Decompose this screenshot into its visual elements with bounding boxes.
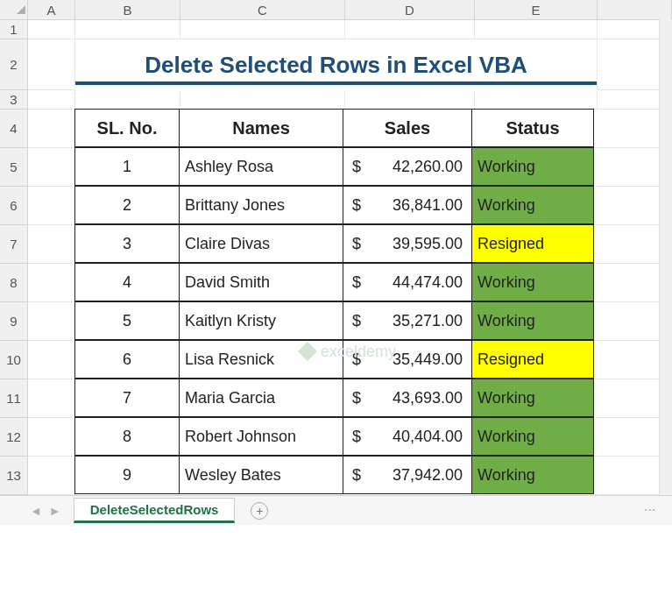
column-header[interactable]: B bbox=[75, 0, 180, 19]
cell-sl[interactable]: 2 bbox=[74, 186, 180, 224]
row-header[interactable]: 2 bbox=[0, 39, 28, 90]
cell[interactable] bbox=[28, 457, 75, 495]
page-title[interactable]: Delete Selected Rows in Excel VBA bbox=[75, 39, 598, 90]
row-header-column: 12345678910111213 bbox=[0, 20, 28, 495]
cell[interactable] bbox=[28, 379, 75, 418]
cell[interactable] bbox=[75, 20, 180, 39]
row-header[interactable]: 13 bbox=[0, 457, 28, 495]
cell-name[interactable]: Ashley Rosa bbox=[179, 147, 343, 186]
cell-name[interactable]: Kaitlyn Kristy bbox=[179, 301, 343, 340]
cell-name[interactable]: Lisa Resnick bbox=[179, 340, 343, 379]
cell-name[interactable]: Robert Johnson bbox=[179, 417, 343, 456]
column-header[interactable]: C bbox=[180, 0, 345, 19]
cell[interactable] bbox=[28, 225, 75, 264]
column-header[interactable]: D bbox=[345, 0, 475, 19]
cell-sales[interactable]: $44,474.00 bbox=[343, 263, 472, 301]
tab-next-icon[interactable]: ► bbox=[49, 504, 61, 518]
cell-sl[interactable]: 3 bbox=[74, 224, 180, 263]
cell[interactable] bbox=[180, 90, 345, 110]
cell-name[interactable]: David Smith bbox=[179, 263, 343, 301]
cell-sl[interactable]: 8 bbox=[74, 417, 180, 456]
cell-sl[interactable]: 1 bbox=[74, 147, 180, 186]
currency-symbol: $ bbox=[349, 389, 361, 407]
table-header-status[interactable]: Status bbox=[471, 109, 594, 147]
cell-sl[interactable]: 7 bbox=[74, 379, 180, 417]
cell[interactable] bbox=[28, 20, 75, 39]
table-header-sales[interactable]: Sales bbox=[343, 109, 472, 147]
row-header[interactable]: 7 bbox=[0, 225, 28, 264]
tab-prev-icon[interactable]: ◄ bbox=[30, 504, 42, 518]
row-header[interactable]: 9 bbox=[0, 302, 28, 341]
cell-status[interactable]: Resigned bbox=[471, 340, 594, 379]
currency-symbol: $ bbox=[349, 312, 361, 330]
cell[interactable] bbox=[28, 90, 75, 110]
sales-amount: 43,693.00 bbox=[393, 389, 466, 407]
cell[interactable] bbox=[345, 20, 475, 39]
cell[interactable] bbox=[75, 90, 180, 110]
add-sheet-button[interactable]: + bbox=[251, 502, 268, 520]
row-header[interactable]: 11 bbox=[0, 379, 28, 418]
cell-sl[interactable]: 9 bbox=[74, 456, 180, 494]
table-header-names[interactable]: Names bbox=[179, 109, 343, 147]
currency-symbol: $ bbox=[349, 235, 361, 253]
row-header[interactable]: 5 bbox=[0, 148, 28, 187]
cell-sales[interactable]: $35,271.00 bbox=[343, 301, 472, 340]
title-text: Delete Selected Rows in Excel VBA bbox=[145, 52, 527, 79]
row-header[interactable]: 6 bbox=[0, 187, 28, 225]
cell-sl[interactable]: 4 bbox=[74, 263, 180, 301]
column-header[interactable]: A bbox=[28, 0, 75, 19]
sheet-tab-active[interactable]: DeleteSelectedRows bbox=[74, 498, 236, 523]
column-header[interactable]: E bbox=[475, 0, 598, 19]
tab-options-icon[interactable]: ⋮ bbox=[644, 505, 656, 516]
grid-area[interactable]: Delete Selected Rows in Excel VBASL. No.… bbox=[28, 20, 672, 495]
currency-symbol: $ bbox=[349, 466, 361, 485]
table-header-sl[interactable]: SL. No. bbox=[74, 109, 180, 147]
cell[interactable] bbox=[475, 90, 598, 110]
cell-status[interactable]: Resigned bbox=[471, 224, 594, 263]
currency-symbol: $ bbox=[349, 196, 361, 215]
spreadsheet: A B C D E 12345678910111213 Delete Selec… bbox=[0, 0, 672, 525]
row-header[interactable]: 1 bbox=[0, 20, 28, 39]
cell-sales[interactable]: $35,449.00 bbox=[343, 340, 472, 379]
cell-status[interactable]: Working bbox=[471, 263, 594, 301]
cell-sales[interactable]: $43,693.00 bbox=[343, 379, 472, 417]
cell-sl[interactable]: 5 bbox=[74, 301, 180, 340]
row-header[interactable]: 12 bbox=[0, 418, 28, 457]
row-header[interactable]: 8 bbox=[0, 264, 28, 302]
cell-status[interactable]: Working bbox=[471, 147, 594, 186]
cell[interactable] bbox=[180, 20, 345, 39]
cell-name[interactable]: Maria Garcia bbox=[179, 379, 343, 417]
cell[interactable] bbox=[28, 148, 75, 187]
cell-status[interactable]: Working bbox=[471, 417, 594, 456]
cell[interactable] bbox=[28, 264, 75, 302]
vertical-scrollbar[interactable] bbox=[659, 19, 672, 495]
cell-name[interactable]: Wesley Bates bbox=[179, 456, 343, 494]
cell[interactable] bbox=[475, 20, 598, 39]
cell[interactable] bbox=[28, 39, 75, 90]
cell-sales[interactable]: $36,841.00 bbox=[343, 186, 472, 224]
cell[interactable] bbox=[28, 418, 75, 457]
column-header-row: A B C D E bbox=[0, 0, 672, 20]
cell-sales[interactable]: $40,404.00 bbox=[343, 417, 472, 456]
cell[interactable] bbox=[28, 187, 75, 225]
cell-status[interactable]: Working bbox=[471, 379, 594, 417]
cell[interactable] bbox=[28, 302, 75, 341]
cell-name[interactable]: Claire Divas bbox=[179, 224, 343, 263]
cell-status[interactable]: Working bbox=[471, 301, 594, 340]
select-all-corner[interactable] bbox=[0, 0, 28, 19]
cell-status[interactable]: Working bbox=[471, 456, 594, 494]
cell-status[interactable]: Working bbox=[471, 186, 594, 224]
sales-amount: 39,595.00 bbox=[393, 235, 466, 253]
cell-sales[interactable]: $42,260.00 bbox=[343, 147, 472, 186]
cell-sales[interactable]: $37,942.00 bbox=[343, 456, 472, 494]
row-header[interactable]: 4 bbox=[0, 110, 28, 148]
cell-sales[interactable]: $39,595.00 bbox=[343, 224, 472, 263]
sales-amount: 42,260.00 bbox=[393, 158, 466, 176]
cell[interactable] bbox=[28, 341, 75, 379]
row-header[interactable]: 3 bbox=[0, 90, 28, 110]
row-header[interactable]: 10 bbox=[0, 341, 28, 379]
cell[interactable] bbox=[345, 90, 475, 110]
cell-name[interactable]: Brittany Jones bbox=[179, 186, 343, 224]
cell-sl[interactable]: 6 bbox=[74, 340, 180, 379]
cell[interactable] bbox=[28, 110, 75, 148]
